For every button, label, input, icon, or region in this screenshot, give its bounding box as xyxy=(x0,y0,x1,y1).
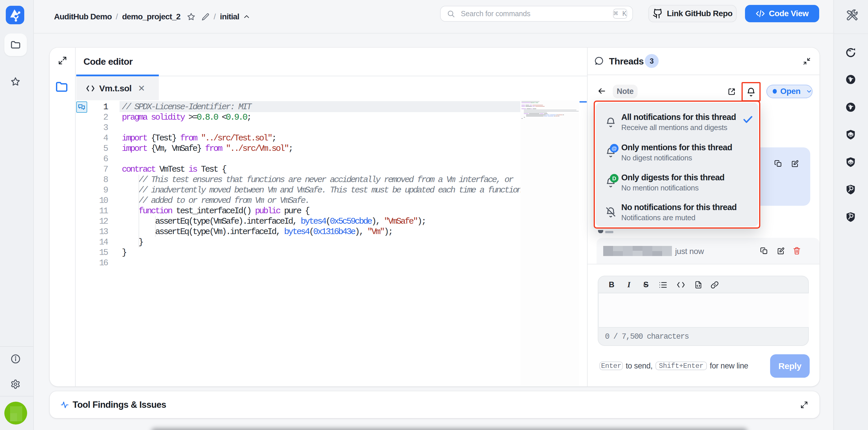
svg-text:@: @ xyxy=(612,145,617,151)
svg-text:D: D xyxy=(613,175,617,181)
